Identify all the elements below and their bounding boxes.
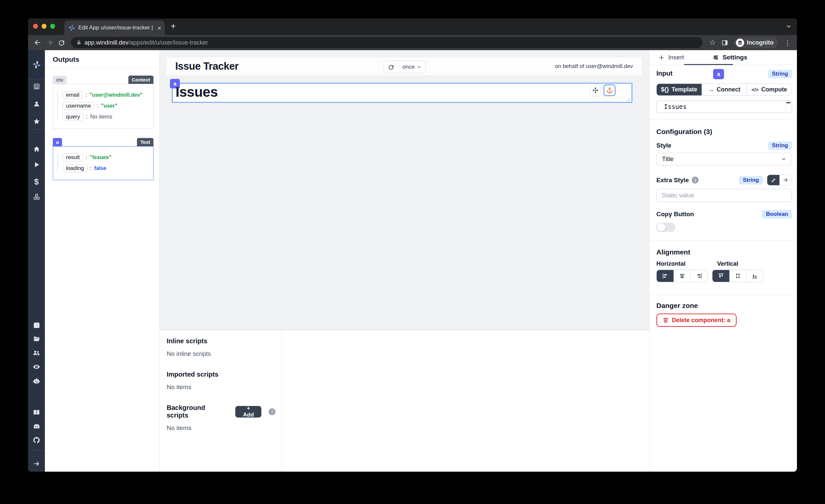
configuration-title: Configuration (3)	[656, 128, 792, 136]
align-center-v-button[interactable]	[729, 270, 746, 282]
sidebar-audit-icon[interactable]	[28, 363, 45, 371]
info-icon[interactable]: i	[269, 408, 276, 415]
plus-icon	[658, 55, 665, 61]
side-panel-icon[interactable]	[720, 38, 730, 48]
browser-window: Edit App u/user/issue-tracker | × +	[28, 18, 797, 472]
align-left-button[interactable]	[657, 270, 674, 282]
copy-button-toggle[interactable]	[656, 222, 676, 232]
sliders-icon	[712, 54, 719, 61]
sidebar-schedules-icon[interactable]	[28, 321, 45, 329]
sidebar-docs-icon[interactable]	[28, 409, 45, 416]
align-right-button[interactable]	[690, 270, 707, 282]
add-background-script-button[interactable]: + Add	[235, 406, 261, 418]
sidebar-favorites-icon[interactable]	[28, 118, 45, 125]
bookmark-star-icon[interactable]: ☆	[709, 38, 716, 47]
tab-settings[interactable]: Settings	[708, 50, 751, 65]
output-key[interactable]: username	[63, 102, 94, 110]
output-key[interactable]: loading	[63, 164, 87, 172]
output-value: "user"	[101, 103, 117, 109]
connect-tab-button[interactable]: → Connect	[701, 84, 747, 95]
output-key[interactable]: query	[63, 113, 83, 121]
output-key[interactable]: result	[63, 153, 83, 161]
connect-value-button[interactable]	[779, 175, 792, 185]
align-top-button[interactable]	[712, 270, 729, 282]
sidebar-apps-icon[interactable]	[28, 83, 45, 90]
browser-tab[interactable]: Edit App u/user/issue-tracker | ×	[64, 20, 165, 35]
danger-zone-title: Danger zone	[656, 302, 792, 309]
traffic-close-button[interactable]	[33, 24, 38, 29]
inline-scripts-empty: No inline scripts	[167, 350, 276, 357]
tab-insert[interactable]: Insert	[654, 50, 688, 65]
refresh-icon	[388, 64, 394, 70]
sidebar-discord-icon[interactable]	[28, 423, 45, 430]
sidebar-collapse-icon[interactable]	[28, 460, 45, 467]
component-text: Issues	[175, 84, 218, 100]
sidebar-workers-icon[interactable]	[28, 377, 45, 384]
sidebar-groups-icon[interactable]	[28, 349, 45, 357]
output-row: query : No items	[63, 113, 150, 121]
tab-title: Edit App u/user/issue-tracker |	[78, 24, 155, 31]
text-type-badge: Text	[137, 138, 153, 146]
align-center-h-button[interactable]	[674, 270, 690, 282]
pencil-icon	[771, 177, 776, 183]
resize-handle[interactable]	[627, 98, 630, 101]
delete-component-button[interactable]: Delete component: a	[656, 313, 737, 327]
sidebar-home-icon[interactable]	[28, 146, 45, 153]
outputs-panel: Outputs ctx Context email	[45, 50, 160, 472]
ctx-tab[interactable]: ctx	[53, 76, 67, 84]
tab-search-chevron-icon[interactable]	[786, 23, 792, 29]
output-row: result : "Issues"	[63, 153, 150, 161]
canvas-app-title: Issue Tracker	[175, 60, 239, 72]
move-icon	[592, 87, 599, 93]
windmill-logo-icon[interactable]	[28, 50, 45, 79]
static-edit-button[interactable]	[767, 175, 779, 185]
component-a-tab[interactable]: a	[53, 138, 62, 146]
horizontal-label: Horizontal	[656, 261, 685, 267]
address-bar[interactable]: app.windmill.dev/apps/edit/u/user/issue-…	[71, 37, 702, 48]
text-component-a[interactable]: a Issues	[172, 83, 632, 102]
anchor-handle[interactable]	[604, 84, 615, 96]
on-behalf-text: on behalf of user@windmill.dev	[555, 63, 633, 70]
template-tab-button[interactable]: ${} Template	[657, 84, 701, 95]
component-id-badge: a	[713, 69, 724, 79]
arrow-right-icon	[783, 177, 789, 183]
compute-tab-button[interactable]: </> Compute	[746, 84, 792, 95]
sidebar-runs-icon[interactable]	[28, 161, 45, 168]
sidebar-folders-icon[interactable]	[28, 335, 45, 343]
sidebar-resources-icon[interactable]	[28, 193, 45, 200]
windmill-favicon-icon	[68, 24, 75, 31]
settings-tabs: Insert Settings	[650, 50, 797, 65]
align-bottom-button[interactable]	[746, 270, 763, 282]
style-select[interactable]: Title	[656, 153, 792, 165]
traffic-minimize-button[interactable]	[42, 24, 47, 29]
scripts-panel: Inline scripts No inline scripts Importe…	[160, 330, 650, 472]
move-handle[interactable]	[589, 84, 601, 96]
info-icon[interactable]: i	[692, 176, 699, 184]
back-icon[interactable]	[33, 38, 43, 48]
template-editor[interactable]: Issues	[656, 101, 792, 113]
template-sigil-icon: ${}	[661, 86, 669, 93]
style-label: Style	[656, 142, 671, 149]
reload-icon[interactable]	[57, 38, 66, 48]
traffic-zoom-button[interactable]	[50, 24, 55, 29]
sidebar-variables-icon[interactable]: $	[28, 177, 45, 187]
editor-minimap	[786, 102, 791, 112]
refresh-button[interactable]	[384, 61, 398, 73]
output-key[interactable]: email	[63, 91, 83, 99]
tab-close-icon[interactable]: ×	[157, 24, 161, 31]
output-row: username : "user"	[63, 102, 150, 110]
extra-style-input[interactable]	[656, 189, 792, 202]
static-dynamic-switch	[767, 174, 792, 186]
app-canvas[interactable]: Issue Tracker on behalf of user@windmill…	[160, 50, 650, 330]
new-tab-button[interactable]: +	[171, 21, 176, 31]
forward-icon[interactable]	[45, 38, 55, 48]
refresh-mode-dropdown[interactable]: once	[399, 61, 425, 73]
output-value: "user@windmill.dev"	[89, 92, 143, 98]
browser-menu-icon[interactable]: ⋮	[783, 39, 792, 46]
style-type-badge: String	[768, 141, 792, 150]
output-value: "Issues"	[90, 154, 111, 160]
output-row: loading : false	[63, 164, 150, 172]
sidebar-user-icon[interactable]	[28, 100, 45, 107]
sidebar-github-icon[interactable]	[28, 436, 45, 444]
url-path: /apps/edit/u/user/issue-tracker	[128, 39, 208, 46]
